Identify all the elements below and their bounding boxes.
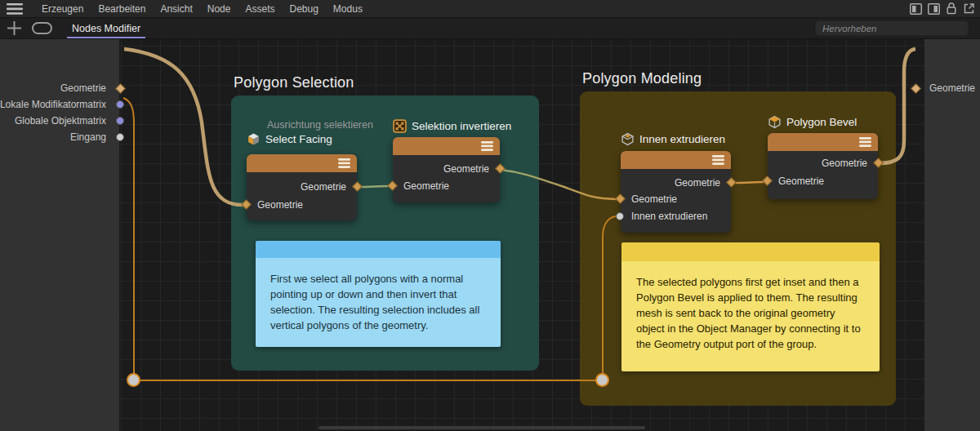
port-row-input-geometrie: Geometrie xyxy=(621,191,731,207)
node-menu-icon[interactable] xyxy=(338,158,350,168)
note-text: The selected polygons first get inset an… xyxy=(621,261,880,352)
node-title: Selektion invertieren xyxy=(412,120,511,132)
wire-knot-right[interactable] xyxy=(595,373,609,387)
node-innen-extrudieren[interactable]: Geometrie Geometrie Innen extrudieren xyxy=(621,151,731,233)
tab-active-underline xyxy=(67,37,145,38)
port-label: Geometrie xyxy=(675,177,720,189)
node-selektion-invertieren[interactable]: Geometrie Geometrie xyxy=(393,137,500,202)
menu-items: Erzeugen Bearbeiten Ansicht Node Assets … xyxy=(34,0,370,18)
hamburger-menu-icon[interactable] xyxy=(7,3,23,15)
node-polygon-bevel[interactable]: Geometrie Geometrie xyxy=(768,133,878,199)
port-diamond-geometrie[interactable] xyxy=(115,83,126,94)
node-header[interactable] xyxy=(393,137,500,155)
panel-right-icon[interactable] xyxy=(928,3,940,15)
node-menu-icon[interactable] xyxy=(712,155,724,165)
group-port-eingang: Eingang xyxy=(0,129,119,145)
group-port-globale-objektmatrix: Globale Objektmatrix xyxy=(0,113,119,129)
group-input-ports-panel: Geometrie Lokale Modifikatormatrix Globa… xyxy=(0,39,119,431)
port-row-output-geometrie: Geometrie xyxy=(393,161,500,177)
window-icons xyxy=(910,2,980,15)
node-header[interactable] xyxy=(247,154,357,172)
port-row-output-geometrie: Geometrie xyxy=(621,175,731,191)
invert-selection-icon xyxy=(393,119,407,133)
port-label: Innen extrudieren xyxy=(631,211,707,222)
group-output-ports-panel: Geometrie xyxy=(924,39,980,431)
node-select-facing[interactable]: Geometrie Geometrie xyxy=(247,154,357,220)
popout-icon[interactable] xyxy=(963,2,975,15)
wire-eingang-to-knot[interactable] xyxy=(123,98,134,374)
port-row-input-geometrie: Geometrie xyxy=(247,197,357,213)
group-title-polygon-selection[interactable]: Polygon Selection xyxy=(234,74,354,91)
port-circle-eingang[interactable] xyxy=(116,133,124,141)
caption-selektion-invertieren: Selektion invertieren xyxy=(393,119,511,133)
caption-innen-extrudieren: Innen extrudieren xyxy=(621,132,725,146)
menu-item-bearbeiten[interactable]: Bearbeiten xyxy=(91,0,153,18)
node-title: Select Facing xyxy=(265,133,332,145)
inner-extrude-icon xyxy=(621,132,635,146)
caption-select-facing: Ausrichtung selektieren Select Facing xyxy=(247,119,373,146)
port-label: Geometrie xyxy=(443,163,489,175)
node-menu-icon[interactable] xyxy=(481,141,493,151)
node-graph-canvas[interactable]: Geometrie Lokale Modifikatormatrix Globa… xyxy=(0,39,980,431)
node-menu-icon[interactable] xyxy=(859,137,871,147)
port-label: Geometrie xyxy=(631,193,677,205)
horizontal-scrollbar-thumb[interactable] xyxy=(318,426,645,429)
port-label: Geometrie xyxy=(301,181,346,193)
add-node-icon[interactable] xyxy=(7,21,21,35)
node-title: Polygon Bevel xyxy=(786,116,857,128)
panel-left-icon[interactable] xyxy=(910,3,922,15)
note-header-bar[interactable] xyxy=(621,242,880,261)
node-shape-icon[interactable] xyxy=(32,22,52,34)
port-label: Geometrie xyxy=(403,180,449,192)
group-port-lokale-modifikatormatrix: Lokale Modifikatormatrix xyxy=(0,96,119,113)
node-header[interactable] xyxy=(768,133,878,151)
port-circle-lokale-modifikatormatrix[interactable] xyxy=(116,100,124,109)
port-circle-globale-objektmatrix[interactable] xyxy=(116,117,124,125)
input-port-innen-extrudieren[interactable] xyxy=(616,212,624,220)
node-editor-window: Erzeugen Bearbeiten Ansicht Node Assets … xyxy=(0,0,980,431)
port-label: Geometrie xyxy=(929,82,975,94)
port-diamond-geometrie-out[interactable] xyxy=(911,83,921,94)
menu-item-debug[interactable]: Debug xyxy=(282,0,325,18)
port-label: Geometrie xyxy=(778,176,824,187)
select-facing-icon xyxy=(247,132,261,146)
caption-polygon-bevel: Polygon Bevel xyxy=(768,115,857,129)
port-label: Lokale Modifikatormatrix xyxy=(0,99,106,110)
port-row-input-geometrie: Geometrie xyxy=(393,178,500,194)
wire-geometrie-to-select-facing[interactable] xyxy=(124,49,243,205)
lock-icon[interactable] xyxy=(946,2,957,15)
port-row-input-innen-extrudieren: Innen extrudieren xyxy=(621,208,731,224)
menu-item-modus[interactable]: Modus xyxy=(326,0,370,18)
menu-item-node[interactable]: Node xyxy=(200,0,238,18)
polygon-bevel-icon xyxy=(768,115,782,129)
node-context-label: Ausrichtung selektieren xyxy=(267,119,373,131)
tab-toolbar: Nodes Modifier xyxy=(0,18,980,39)
group-port-geometrie-out: Geometrie xyxy=(924,80,975,96)
tab-label: Nodes Modifier xyxy=(72,23,140,34)
tab-nodes-modifier[interactable]: Nodes Modifier xyxy=(67,18,145,39)
menu-item-erzeugen[interactable]: Erzeugen xyxy=(34,0,91,18)
note-header-bar[interactable] xyxy=(256,241,501,258)
port-label: Geometrie xyxy=(257,199,303,211)
menu-bar: Erzeugen Bearbeiten Ansicht Node Assets … xyxy=(0,0,980,18)
note-text: First we select all polygons with a norm… xyxy=(256,258,501,333)
port-label: Geometrie xyxy=(60,82,106,94)
menu-item-ansicht[interactable]: Ansicht xyxy=(153,0,199,18)
port-label: Globale Objektmatrix xyxy=(15,115,106,127)
note-polygon-modeling[interactable]: The selected polygons first get inset an… xyxy=(621,242,880,371)
note-polygon-selection[interactable]: First we select all polygons with a norm… xyxy=(256,241,501,347)
port-row-input-geometrie: Geometrie xyxy=(768,173,878,189)
port-row-output-geometrie: Geometrie xyxy=(768,155,878,171)
group-port-geometrie-in: Geometrie xyxy=(0,80,119,96)
port-label: Geometrie xyxy=(822,158,867,169)
port-label: Eingang xyxy=(70,131,106,143)
highlight-search-input[interactable] xyxy=(815,20,969,36)
port-row-output-geometrie: Geometrie xyxy=(247,179,357,195)
wire-knot-left[interactable] xyxy=(127,373,140,387)
group-title-polygon-modeling[interactable]: Polygon Modeling xyxy=(582,70,702,87)
node-header[interactable] xyxy=(621,151,731,169)
node-title: Innen extrudieren xyxy=(639,133,725,145)
menu-item-assets[interactable]: Assets xyxy=(238,0,282,18)
